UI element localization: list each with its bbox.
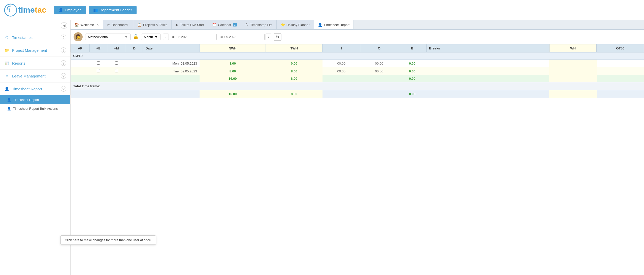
date-from-input[interactable] [170, 34, 217, 40]
total-wh [549, 90, 597, 98]
tab-holiday-planner[interactable]: ⭐ Holiday Planner [277, 20, 314, 29]
project-management-help-icon[interactable]: ? [61, 47, 66, 53]
total-b: 0.00 [398, 90, 427, 98]
tab-dashboard[interactable]: ✂ Dashboard [103, 20, 133, 29]
sidebar-item-leave-management[interactable]: ☀ Leave Management ? [0, 70, 70, 82]
breaks-tue [426, 67, 549, 75]
col-header-nwh: NWH [200, 44, 266, 52]
total-o [360, 90, 398, 98]
timesheet-report-help-icon[interactable]: ? [61, 86, 66, 92]
leave-management-help-icon[interactable]: ? [61, 73, 66, 79]
total-data-row: 16.00 8.00 0.00 [71, 90, 644, 98]
sidebar-sub-item-timesheet-report-bulk[interactable]: 👤 Timesheet Report Bulk Actions [0, 104, 70, 113]
col-header-o: O [360, 44, 398, 52]
user-select-dropdown[interactable]: Mathew Anna ▼ [85, 34, 131, 40]
table-header-row: AP +E +M D Date NWH TWH I O B Breaks WH … [71, 44, 644, 52]
d-cell-tue [126, 67, 143, 75]
period-select-dropdown[interactable]: Month ▼ [141, 34, 160, 40]
user-avatar: 👩 [74, 32, 83, 41]
project-management-icon: 📁 [4, 47, 10, 53]
e-checkbox-cell[interactable] [90, 60, 107, 67]
cw18-subtotal-row: 16.00 8.00 0.00 [71, 75, 644, 82]
subtotal-nwh: 16.00 [200, 75, 266, 82]
day-label-mon: Mon [172, 62, 179, 65]
tab-calendar[interactable]: 📅 Calendar 3 [208, 20, 241, 29]
sidebar-item-timesheet-report[interactable]: 👤 Timesheet Report ? [0, 82, 70, 95]
total-i [323, 90, 360, 98]
timesheet-report-tab-icon: 👤 [318, 23, 322, 27]
col-header-twh: TWH [266, 44, 323, 52]
total-nwh: 16.00 [200, 90, 266, 98]
i-mon: 00:00 [323, 60, 360, 67]
subtotal-breaks [426, 75, 549, 82]
col-header-ot50: OT50 [597, 44, 644, 52]
col-header-b: B [398, 44, 427, 52]
subtotal-twh: 8.00 [266, 75, 323, 82]
tab-timesheet-report[interactable]: 👤 Timesheet Report [314, 20, 354, 30]
timesheet-content: 👩 Mathew Anna ▼ 🔓 Month ▼ ‹ › ↻ [71, 30, 644, 275]
next-date-button[interactable]: › [266, 34, 271, 40]
col-header-breaks: Breaks [426, 44, 549, 52]
m-checkbox-tue[interactable] [115, 69, 118, 72]
sidebar-collapse-button[interactable]: ◀ [61, 22, 67, 29]
e-checkbox[interactable] [97, 61, 100, 65]
o-mon: 00:00 [360, 60, 398, 67]
leave-management-icon: ☀ [4, 73, 10, 79]
refresh-button[interactable]: ↻ [274, 33, 281, 41]
calendar-badge: 3 [233, 23, 237, 26]
employee-button[interactable]: 👤 Employee [54, 6, 86, 14]
date-value-mon: 01.05.2023 [181, 62, 197, 65]
employee-icon: 👤 [58, 8, 63, 12]
welcome-tab-close[interactable]: ✕ [96, 23, 99, 26]
e-checkbox-tue[interactable] [97, 69, 100, 72]
tab-tasks-live[interactable]: ▶ Tasks: Live Start [172, 20, 208, 29]
tab-projects-tasks[interactable]: 📋 Projects & Tasks [133, 20, 172, 29]
department-leader-icon: 👥 [93, 8, 98, 12]
app-logo: t timetac [4, 4, 46, 17]
col-header-wh: WH [549, 44, 597, 52]
timesheet-report-bulk-icon: 👤 [7, 107, 11, 111]
total-breaks [426, 90, 549, 98]
user-select-chevron-down-icon: ▼ [124, 35, 128, 39]
col-header-i: I [323, 44, 360, 52]
tab-welcome[interactable]: 🏠 Welcome ✕ [71, 20, 103, 30]
date-to-input[interactable] [218, 34, 265, 40]
e-checkbox-cell-tue[interactable] [90, 67, 107, 75]
ot50-mon [597, 60, 644, 67]
main-content: 🏠 Welcome ✕ ✂ Dashboard 📋 Projects & Tas… [71, 20, 644, 275]
user-name-display: Mathew Anna [88, 35, 108, 39]
b-tue: 0.00 [398, 67, 427, 75]
avatar-image: 👩 [75, 34, 81, 40]
tooltip: Click here to make changes for more than… [60, 235, 156, 245]
col-header-ap: AP [71, 44, 90, 52]
sidebar-item-project-management[interactable]: 📁 Project Management ? [0, 44, 70, 57]
department-leader-button[interactable]: 👥 Department Leader [89, 6, 137, 14]
subtotal-i [323, 75, 360, 82]
sidebar-item-timestamps[interactable]: ⏱ Timestamps ? [0, 31, 70, 44]
m-checkbox-cell[interactable] [107, 60, 126, 67]
date-navigation: ‹ › [163, 34, 271, 40]
m-checkbox-cell-tue[interactable] [107, 67, 126, 75]
nwh-tue: 8.00 [200, 67, 266, 75]
sidebar-sub-item-timesheet-report[interactable]: 👤 Timesheet Report [0, 95, 70, 104]
period-chevron-down-icon: ▼ [154, 35, 158, 39]
reports-icon: 📊 [4, 60, 10, 66]
m-checkbox[interactable] [115, 61, 118, 65]
cw18-label: CW18: [71, 52, 644, 60]
i-tue: 00:00 [323, 67, 360, 75]
table-row: Mon 01.05.2023 8.00 0.00 00:00 00:00 0.0… [71, 60, 644, 67]
logo-text: timetac [18, 5, 46, 15]
timestamps-help-icon[interactable]: ? [61, 35, 66, 40]
lock-icon[interactable]: 🔓 [133, 34, 139, 40]
sidebar-item-reports[interactable]: 📊 Reports ? [0, 57, 70, 70]
tab-timestamp-list[interactable]: ⏱ Timestamp List [241, 20, 277, 29]
header-buttons: 👤 Employee 👥 Department Leader [54, 6, 137, 14]
prev-date-button[interactable]: ‹ [163, 34, 169, 40]
reports-help-icon[interactable]: ? [61, 60, 66, 66]
tasks-live-tab-icon: ▶ [176, 23, 178, 27]
subtotal-ot50 [597, 75, 644, 82]
day-label-tue: Tue [173, 69, 179, 73]
subtotal-o [360, 75, 398, 82]
timestamps-icon: ⏱ [4, 35, 10, 40]
col-header-m: +M [107, 44, 126, 52]
